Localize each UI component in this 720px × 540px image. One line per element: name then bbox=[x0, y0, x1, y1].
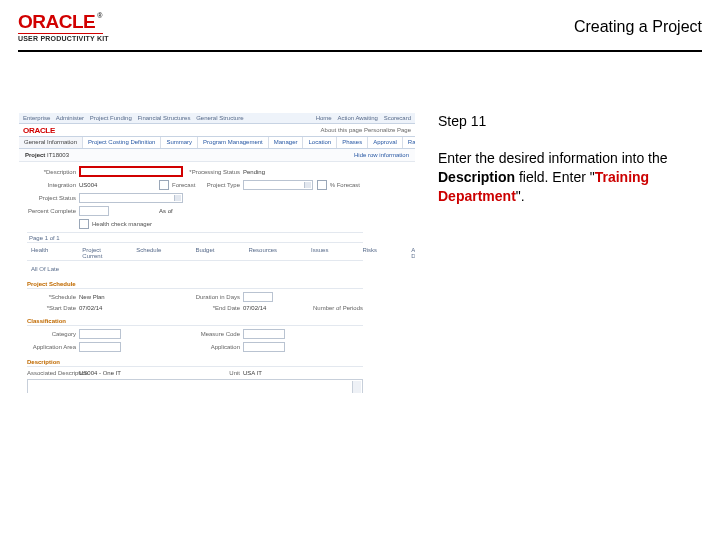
end-date-label: *End Date bbox=[183, 305, 243, 311]
measure-code-input[interactable] bbox=[243, 329, 285, 339]
top-link-scorecard[interactable]: Scorecard bbox=[384, 115, 411, 121]
project-type-label: Project Type bbox=[183, 182, 243, 188]
description-label: *Description bbox=[27, 169, 79, 175]
tab-general-information[interactable]: General Information bbox=[19, 137, 83, 148]
instruction-text: Enter the desired information into the D… bbox=[438, 149, 688, 206]
logo-text: ORACLE bbox=[18, 11, 95, 32]
col-resources: Resources bbox=[248, 247, 277, 259]
start-date-label: *Start Date bbox=[27, 305, 79, 311]
content-row: Enterprise Administer Project Funding Fi… bbox=[18, 112, 702, 394]
project-type-select[interactable] bbox=[243, 180, 313, 190]
app-area-label: Application Area bbox=[27, 344, 79, 350]
description-textarea[interactable] bbox=[27, 379, 363, 394]
measure-code-label: Measure Code bbox=[183, 331, 243, 337]
forecast-label: Forecast bbox=[159, 180, 183, 190]
end-date-value: 07/02/14 bbox=[243, 305, 313, 311]
col-schedule: Schedule bbox=[136, 247, 161, 259]
header-rule bbox=[18, 50, 702, 52]
start-date-value: 07/02/14 bbox=[79, 305, 159, 311]
section-schedule: Project Schedule bbox=[27, 280, 363, 289]
health-check-row: Health check manager bbox=[27, 219, 363, 229]
page-strip: Page 1 of 1 bbox=[27, 232, 363, 243]
integration-value: US004 bbox=[79, 182, 159, 188]
col-accr: Accr Defined bbox=[411, 247, 416, 259]
schedule-label: *Schedule bbox=[27, 294, 79, 300]
duration-label: Duration in Days bbox=[183, 294, 243, 300]
col-budget: Budget bbox=[195, 247, 214, 259]
app-screenshot: Enterprise Administer Project Funding Fi… bbox=[18, 112, 416, 394]
col-risks: Risks bbox=[362, 247, 377, 259]
health-row: All Of Late bbox=[27, 264, 363, 274]
processing-status-value: Pending bbox=[243, 169, 313, 175]
app-brand-row: ORACLE About this page Personalize Page bbox=[19, 124, 415, 136]
tab-phases[interactable]: Phases bbox=[337, 137, 368, 148]
project-row: Project IT18003 Hide row information bbox=[19, 149, 415, 162]
health-check-checkbox[interactable] bbox=[79, 219, 89, 229]
crumb[interactable]: Financial Structures bbox=[137, 115, 190, 121]
hide-row-link[interactable]: Hide row information bbox=[354, 152, 409, 158]
tab-project-costing[interactable]: Project Costing Definition bbox=[83, 137, 161, 148]
unit-value: USA IT bbox=[243, 370, 313, 376]
section-classification: Classification bbox=[27, 317, 363, 326]
doc-header: ORACLE® USER PRODUCTIVITY KIT Creating a… bbox=[18, 12, 702, 42]
logo-divider bbox=[18, 33, 103, 34]
schedule-value: New Plan bbox=[79, 294, 159, 300]
description-input[interactable] bbox=[79, 166, 183, 177]
tab-program-mgmt[interactable]: Program Management bbox=[198, 137, 269, 148]
breadcrumb: Enterprise Administer Project Funding Fi… bbox=[23, 115, 247, 121]
tab-summary[interactable]: Summary bbox=[161, 137, 198, 148]
instr-part2: field. Enter " bbox=[515, 169, 595, 185]
project-status-label: Project Status bbox=[27, 195, 79, 201]
top-link-actions[interactable]: Action Awaiting bbox=[337, 115, 378, 121]
oracle-logo: ORACLE® USER PRODUCTIVITY KIT bbox=[18, 12, 109, 42]
app-oracle-logo: ORACLE bbox=[23, 126, 55, 135]
integration-label: Integration bbox=[27, 182, 79, 188]
step-label: Step 11 bbox=[438, 112, 688, 131]
project-label: Project IT18003 bbox=[25, 152, 69, 158]
unit-label: Unit bbox=[183, 370, 243, 376]
crumb[interactable]: General Structure bbox=[196, 115, 243, 121]
logo-subtitle: USER PRODUCTIVITY KIT bbox=[18, 35, 109, 42]
col-issues: Issues bbox=[311, 247, 328, 259]
crumb[interactable]: Project Funding bbox=[90, 115, 132, 121]
instr-field-name: Description bbox=[438, 169, 515, 185]
category-input[interactable] bbox=[79, 329, 121, 339]
instruction-panel: Step 11 Enter the desired information in… bbox=[438, 112, 688, 206]
processing-status-label: *Processing Status bbox=[183, 169, 243, 175]
application-label: Application bbox=[183, 344, 243, 350]
top-link-home[interactable]: Home bbox=[316, 115, 332, 121]
crumb[interactable]: Administer bbox=[56, 115, 84, 121]
duration-input[interactable] bbox=[243, 292, 273, 302]
percent-complete-input[interactable] bbox=[79, 206, 109, 216]
percent-complete-label: Percent Complete bbox=[27, 208, 79, 214]
num-periods-label: Number of Periods bbox=[313, 305, 363, 311]
percent-asof-label: As of bbox=[159, 208, 183, 214]
grid-header: Health Project Current Schedule Budget R… bbox=[27, 246, 363, 261]
tab-rates[interactable]: Rates bbox=[403, 137, 416, 148]
instr-part3: ". bbox=[516, 188, 525, 204]
tab-location[interactable]: Location bbox=[303, 137, 337, 148]
category-label: Category bbox=[27, 331, 79, 337]
col-health: Health bbox=[31, 247, 48, 259]
tab-approval[interactable]: Approval bbox=[368, 137, 403, 148]
project-status-select[interactable] bbox=[79, 193, 183, 203]
tab-manager[interactable]: Manager bbox=[269, 137, 304, 148]
assoc-desc-label: Associated Description bbox=[27, 370, 79, 376]
form-area: *Description *Processing Status Pending … bbox=[19, 162, 415, 394]
logo-trademark: ® bbox=[97, 12, 102, 19]
forecast-checkbox[interactable] bbox=[159, 180, 169, 190]
personalize-link[interactable]: About this page Personalize Page bbox=[321, 127, 411, 133]
tab-strip: General Information Project Costing Defi… bbox=[19, 136, 415, 149]
crumb[interactable]: Enterprise bbox=[23, 115, 50, 121]
section-description: Description bbox=[27, 358, 363, 367]
doc-title: Creating a Project bbox=[574, 18, 702, 36]
top-links: Home Action Awaiting Scorecard bbox=[312, 115, 411, 121]
pct-checkbox[interactable] bbox=[317, 180, 327, 190]
app-breadcrumb-bar: Enterprise Administer Project Funding Fi… bbox=[19, 113, 415, 124]
assoc-desc-value: US004 - One IT bbox=[79, 370, 183, 376]
app-area-input[interactable] bbox=[79, 342, 121, 352]
col-current: Project Current bbox=[82, 247, 102, 259]
instr-part1: Enter the desired information into the bbox=[438, 150, 668, 166]
application-input[interactable] bbox=[243, 342, 285, 352]
pct-label: % Forecast bbox=[313, 180, 363, 190]
